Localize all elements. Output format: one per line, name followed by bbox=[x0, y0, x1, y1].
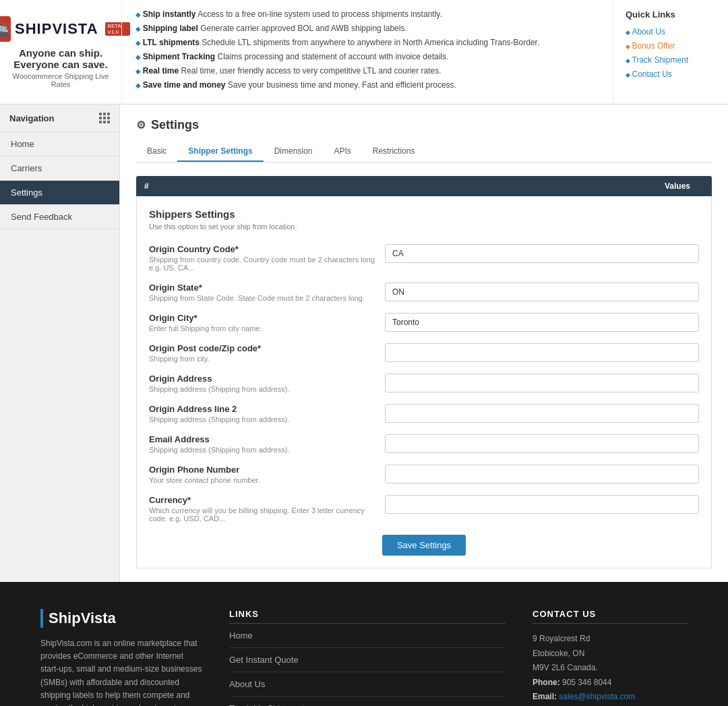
quicklink-track-shipment[interactable]: Track Shipment bbox=[626, 55, 688, 65]
quicklink-about-us[interactable]: About Us bbox=[626, 27, 665, 36]
form-input-currency-[interactable] bbox=[385, 495, 699, 514]
form-input-origin-post-code-zip-code-[interactable] bbox=[385, 343, 699, 362]
table-header: # Values bbox=[136, 176, 712, 196]
header-features: Ship instantly Access to a free on-line … bbox=[121, 0, 613, 104]
quicklinks-title: Quick Links bbox=[626, 9, 716, 20]
form-input-origin-phone-number[interactable] bbox=[385, 465, 699, 483]
form-field-desc-8: Which currency will you be billing shipp… bbox=[149, 506, 378, 523]
form-row: Origin Phone NumberYour store contact ph… bbox=[149, 465, 699, 484]
save-btn-row: Save Settings bbox=[149, 535, 699, 556]
form-field-desc-5: Shipping address (Shipping from address)… bbox=[149, 415, 378, 423]
logo-icon: 🚢 bbox=[0, 16, 11, 42]
form-input-origin-city-[interactable] bbox=[385, 313, 699, 332]
save-settings-button[interactable]: Save Settings bbox=[382, 535, 466, 556]
page-title: Settings bbox=[151, 118, 199, 132]
sidebar-nav: HomeCarriersSettingsSend Feedback bbox=[0, 132, 119, 229]
form-label-col: Origin State*Shipping from State Code. S… bbox=[149, 283, 378, 302]
tab-shipper-settings[interactable]: Shipper Settings bbox=[177, 142, 263, 162]
feature-item: Shipment Tracking Claims processing and … bbox=[135, 52, 599, 61]
feature-item: Save time and money Save your business t… bbox=[135, 80, 599, 90]
footer-link-track-my-shipment[interactable]: Track My Shipment bbox=[229, 703, 305, 706]
form-input-col bbox=[385, 283, 699, 301]
form-field-desc-0: Shipping from country code. Country code… bbox=[149, 256, 378, 272]
form-row: Email AddressShipping address (Shipping … bbox=[149, 434, 699, 454]
form-label-col: Email AddressShipping address (Shipping … bbox=[149, 434, 378, 454]
form-field-desc-6: Shipping address (Shipping from address)… bbox=[149, 446, 378, 454]
form-field-label-3: Origin Post code/Zip code* bbox=[149, 343, 378, 353]
header: 🚢 SHIPVISTA BETA V1.0 Anyone can ship. E… bbox=[0, 0, 728, 105]
quicklink-contact-us[interactable]: Contact Us bbox=[626, 69, 672, 79]
footer-logo: ShipVista bbox=[40, 609, 202, 628]
tab-apis[interactable]: APIs bbox=[323, 142, 361, 162]
form-input-col bbox=[385, 374, 699, 392]
form-field-label-8: Currency* bbox=[149, 495, 378, 505]
header-logo-section: 🚢 SHIPVISTA BETA V1.0 Anyone can ship. E… bbox=[0, 0, 121, 104]
quicklink-bonus-offer[interactable]: Bonus Offer bbox=[626, 41, 675, 51]
contact-email-link[interactable]: sales@shipvista.com bbox=[559, 692, 635, 701]
contact-address: 9 Royalcrest Rd Etobicoke, ON M9V 2L6 Ca… bbox=[533, 632, 688, 705]
feature-item: Real time Real time, user friendly acces… bbox=[135, 66, 599, 76]
sidebar-item-settings[interactable]: Settings bbox=[0, 181, 119, 205]
form-input-col bbox=[385, 495, 699, 514]
sidebar-item-carriers[interactable]: Carriers bbox=[0, 156, 119, 181]
tab-restrictions[interactable]: Restrictions bbox=[362, 142, 426, 162]
form-label-col: Currency*Which currency will you be bill… bbox=[149, 495, 378, 523]
form-field-desc-2: Enter full Shipping from city name. bbox=[149, 324, 378, 332]
feature-item: Ship instantly Access to a free on-line … bbox=[135, 9, 599, 19]
footer-link-home[interactable]: Home bbox=[229, 630, 253, 641]
header-tagline: Anyone can ship. Everyone can save. bbox=[7, 47, 115, 70]
main-layout: Navigation HomeCarriersSettingsSend Feed… bbox=[0, 105, 728, 582]
col-values: Values bbox=[171, 181, 704, 191]
page-title-row: ⚙ Settings bbox=[136, 118, 712, 132]
form-input-origin-address[interactable] bbox=[385, 374, 699, 392]
phone-label: Phone: bbox=[533, 678, 560, 687]
footer: ShipVista ShipVista.com is an online mar… bbox=[0, 582, 728, 706]
contact-addr1: 9 Royalcrest Rd bbox=[533, 632, 688, 647]
form-row: Origin State*Shipping from State Code. S… bbox=[149, 283, 699, 302]
logo-text: SHIPVISTA bbox=[15, 20, 98, 38]
form-label-col: Origin AddressShipping address (Shipping… bbox=[149, 374, 378, 393]
logo: 🚢 SHIPVISTA BETA V1.0 bbox=[0, 16, 130, 42]
form-field-desc-7: Your store contact phone number. bbox=[149, 476, 378, 484]
tab-dimension[interactable]: Dimension bbox=[264, 142, 324, 162]
form-input-col bbox=[385, 313, 699, 332]
form-field-label-5: Origin Address line 2 bbox=[149, 404, 378, 414]
form-field-desc-4: Shipping address (Shipping from address)… bbox=[149, 385, 378, 393]
form-input-col bbox=[385, 404, 699, 423]
form-input-origin-state-[interactable] bbox=[385, 283, 699, 301]
nav-title: Navigation bbox=[9, 113, 54, 123]
form-row: Origin Post code/Zip code*Shipping from … bbox=[149, 343, 699, 363]
form-label-col: Origin Address line 2Shipping address (S… bbox=[149, 404, 378, 423]
form-row: Origin City*Enter full Shipping from cit… bbox=[149, 313, 699, 332]
form-input-email-address[interactable] bbox=[385, 434, 699, 453]
form-input-col bbox=[385, 465, 699, 483]
feature-item: LTL shipments Schedule LTL shipments fro… bbox=[135, 38, 599, 47]
contact-addr2: Etobicoke, ON bbox=[533, 647, 688, 661]
quicklinks-list: About UsBonus OfferTrack ShipmentContact… bbox=[626, 26, 716, 79]
footer-contact-title: CONTACT US bbox=[533, 609, 688, 624]
tab-basic[interactable]: Basic bbox=[136, 142, 177, 162]
grid-icon bbox=[99, 113, 110, 123]
content-area: ⚙ Settings BasicShipper SettingsDimensio… bbox=[120, 105, 728, 582]
footer-link-get-instant-quote[interactable]: Get Instant Quote bbox=[229, 655, 299, 665]
sidebar-item-send-feedback[interactable]: Send Feedback bbox=[0, 205, 119, 229]
footer-logo-bar bbox=[40, 609, 43, 628]
form-label-col: Origin Phone NumberYour store contact ph… bbox=[149, 465, 378, 484]
form-input-col bbox=[385, 244, 699, 263]
footer-brand: ShipVista ShipVista.com is an online mar… bbox=[40, 609, 202, 706]
form-row: Origin Country Code*Shipping from countr… bbox=[149, 244, 699, 272]
footer-grid: ShipVista ShipVista.com is an online mar… bbox=[40, 609, 688, 706]
shippers-settings-box: Shippers Settings Use this option to set… bbox=[136, 196, 712, 568]
contact-addr3: M9V 2L6 Canada. bbox=[533, 661, 688, 676]
nav-header: Navigation bbox=[0, 105, 119, 132]
form-field-label-1: Origin State* bbox=[149, 283, 378, 293]
form-input-origin-country-code-[interactable] bbox=[385, 244, 699, 263]
sidebar-item-home[interactable]: Home bbox=[0, 132, 119, 156]
contact-email-row: Email: sales@shipvista.com bbox=[533, 690, 688, 705]
footer-logo-text: ShipVista bbox=[49, 610, 116, 627]
feature-item: Shipping label Generate carrier approved… bbox=[135, 24, 599, 33]
footer-link-about-us[interactable]: About Us bbox=[229, 679, 265, 689]
form-input-col bbox=[385, 434, 699, 453]
header-sub-tagline: Woocommerce Shipping Live Rates bbox=[7, 72, 115, 88]
form-input-origin-address-line-2[interactable] bbox=[385, 404, 699, 423]
